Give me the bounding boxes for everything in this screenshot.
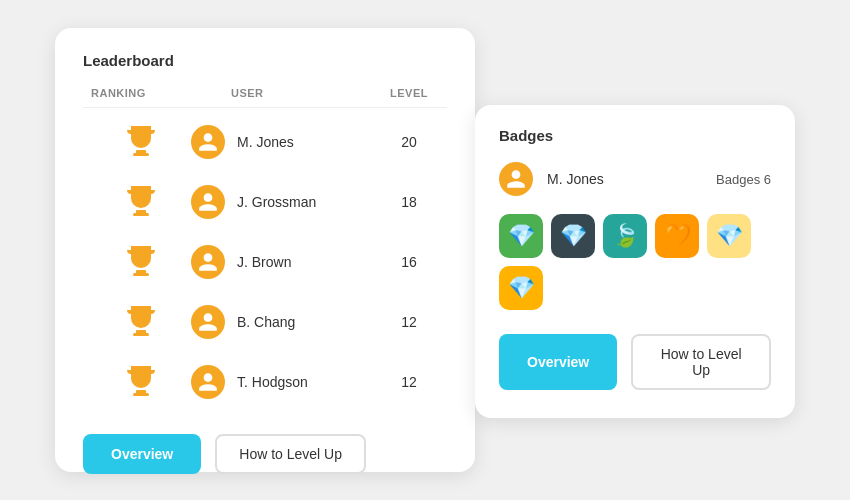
svg-rect-1 — [133, 153, 149, 156]
user-name-5: T. Hodgson — [237, 374, 308, 390]
leaderboard-footer: Overview How to Level Up — [83, 430, 447, 474]
trophy-icon-1 — [125, 122, 157, 162]
user-avatar-4 — [191, 305, 225, 339]
ranking-cell-1 — [91, 122, 191, 162]
svg-rect-5 — [133, 273, 149, 276]
badges-user-row: M. Jones Badges 6 — [499, 162, 771, 196]
user-cell-5: T. Hodgson — [191, 365, 379, 399]
trophy-icon-5 — [125, 362, 157, 402]
user-name-3: J. Brown — [237, 254, 291, 270]
badges-overview-button[interactable]: Overview — [499, 334, 617, 390]
level-cell-2: 18 — [379, 194, 439, 210]
table-header: RANKING USER LEVEL — [83, 87, 447, 108]
user-cell-4: B. Chang — [191, 305, 379, 339]
trophy-icon-3 — [125, 242, 157, 282]
trophy-icon-4 — [125, 302, 157, 342]
col-header-level: LEVEL — [379, 87, 439, 99]
badges-how-to-level-up-button[interactable]: How to Level Up — [631, 334, 771, 390]
user-avatar-2 — [191, 185, 225, 219]
trophy-icon-2 — [125, 182, 157, 222]
level-cell-3: 16 — [379, 254, 439, 270]
level-cell-1: 20 — [379, 134, 439, 150]
badge-item-3: 🍃 — [603, 214, 647, 258]
ranking-cell-5 — [91, 362, 191, 402]
table-row: J. Brown 16 — [83, 232, 447, 292]
badges-card: Badges M. Jones Badges 6 💎💎🍃🧡💎💎 Overview… — [475, 105, 795, 418]
badges-count: Badges 6 — [716, 172, 771, 187]
badges-footer: Overview How to Level Up — [499, 330, 771, 390]
svg-rect-9 — [133, 393, 149, 396]
col-header-ranking: RANKING — [91, 87, 191, 99]
col-header-user: USER — [191, 87, 379, 99]
user-avatar-1 — [191, 125, 225, 159]
leaderboard-card: Leaderboard RANKING USER LEVEL M. Jones … — [55, 28, 475, 472]
table-row: B. Chang 12 — [83, 292, 447, 352]
badges-user-avatar — [499, 162, 533, 196]
badge-item-6: 💎 — [499, 266, 543, 310]
user-cell-1: M. Jones — [191, 125, 379, 159]
table-row: J. Grossman 18 — [83, 172, 447, 232]
badge-item-2: 💎 — [551, 214, 595, 258]
badge-item-4: 🧡 — [655, 214, 699, 258]
table-row: M. Jones 20 — [83, 112, 447, 172]
badge-item-5: 💎 — [707, 214, 751, 258]
user-name-1: M. Jones — [237, 134, 294, 150]
level-cell-5: 12 — [379, 374, 439, 390]
how-to-level-up-button[interactable]: How to Level Up — [215, 434, 366, 474]
user-cell-3: J. Brown — [191, 245, 379, 279]
table-row: T. Hodgson 12 — [83, 352, 447, 412]
user-name-2: J. Grossman — [237, 194, 316, 210]
svg-rect-3 — [133, 213, 149, 216]
badges-grid: 💎💎🍃🧡💎💎 — [499, 214, 771, 310]
svg-rect-7 — [133, 333, 149, 336]
user-avatar-3 — [191, 245, 225, 279]
user-name-4: B. Chang — [237, 314, 295, 330]
ranking-cell-4 — [91, 302, 191, 342]
leaderboard-title: Leaderboard — [83, 52, 447, 69]
overview-button[interactable]: Overview — [83, 434, 201, 474]
badges-user-name: M. Jones — [547, 171, 702, 187]
badges-title: Badges — [499, 127, 771, 144]
ranking-cell-3 — [91, 242, 191, 282]
user-avatar-5 — [191, 365, 225, 399]
badge-item-1: 💎 — [499, 214, 543, 258]
level-cell-4: 12 — [379, 314, 439, 330]
ranking-cell-2 — [91, 182, 191, 222]
user-cell-2: J. Grossman — [191, 185, 379, 219]
leaderboard-rows: M. Jones 20 J. Grossman 18 — [83, 112, 447, 412]
